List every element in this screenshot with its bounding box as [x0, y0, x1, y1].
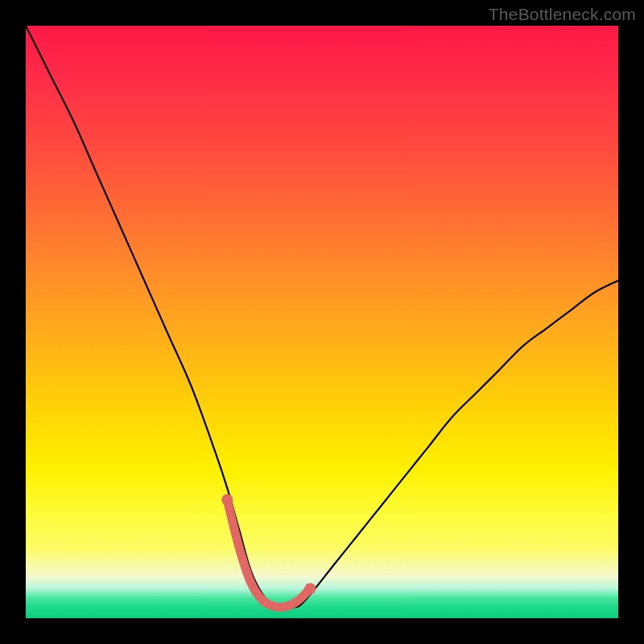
watermark-text: TheBottleneck.com [489, 5, 636, 24]
highlight-start-dot [221, 494, 233, 506]
curve-svg [26, 26, 618, 618]
bottleneck-curve-path [26, 26, 618, 607]
plot-area [26, 26, 618, 618]
valley-highlight-path [227, 500, 310, 607]
highlight-end-dot [304, 583, 316, 594]
chart-frame: TheBottleneck.com [0, 0, 644, 644]
